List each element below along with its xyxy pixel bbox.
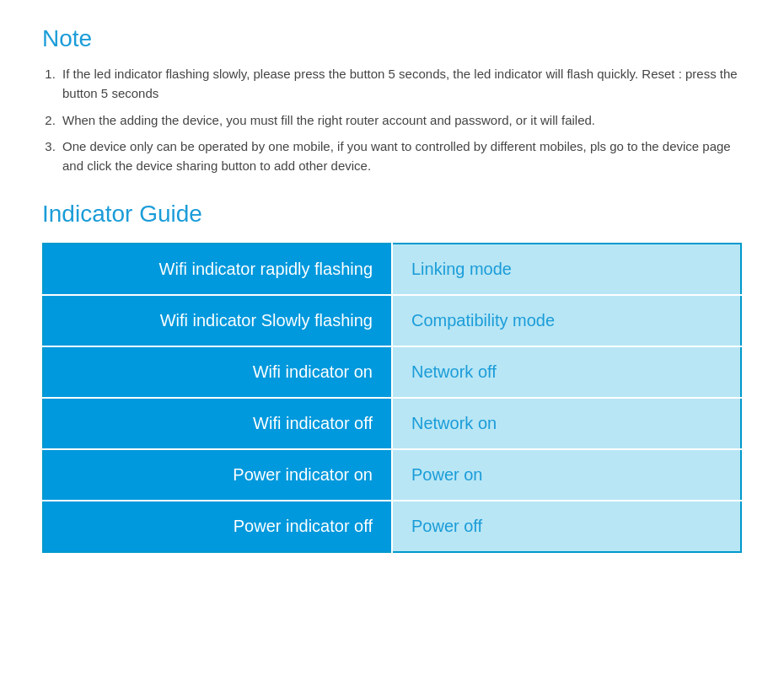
table-row-5-right: Power off: [392, 501, 741, 552]
table-row-4-left: Power indicator on: [43, 449, 392, 501]
table-row: Power indicator onPower on: [43, 449, 741, 501]
note-title: Note: [42, 25, 742, 52]
table-row: Wifi indicator Slowly flashingCompatibil…: [43, 295, 741, 346]
indicator-table: Wifi indicator rapidly flashingLinking m…: [42, 243, 742, 553]
table-row: Wifi indicator offNetwork on: [43, 398, 741, 449]
table-row: Power indicator offPower off: [43, 501, 741, 552]
note-item-1: If the led indicator flashing slowly, pl…: [59, 64, 742, 104]
table-row: Wifi indicator rapidly flashingLinking m…: [43, 244, 741, 295]
table-row-3-left: Wifi indicator off: [43, 398, 392, 449]
note-item-2: When the adding the device, you must fil…: [59, 110, 742, 130]
table-row-0-right: Linking mode: [392, 244, 741, 295]
table-row: Wifi indicator onNetwork off: [43, 346, 741, 398]
table-row-5-left: Power indicator off: [43, 501, 392, 552]
table-row-0-left: Wifi indicator rapidly flashing: [43, 244, 392, 295]
table-row-3-right: Network on: [392, 398, 741, 449]
table-row-2-left: Wifi indicator on: [43, 346, 392, 398]
indicator-guide-title: Indicator Guide: [42, 201, 742, 228]
table-row-2-right: Network off: [392, 346, 741, 398]
table-row-1-left: Wifi indicator Slowly flashing: [43, 295, 392, 346]
table-row-4-right: Power on: [392, 449, 741, 501]
table-row-1-right: Compatibility mode: [392, 295, 741, 346]
note-item-3: One device only can be operated by one m…: [59, 137, 742, 176]
note-list: If the led indicator flashing slowly, pl…: [59, 64, 742, 175]
